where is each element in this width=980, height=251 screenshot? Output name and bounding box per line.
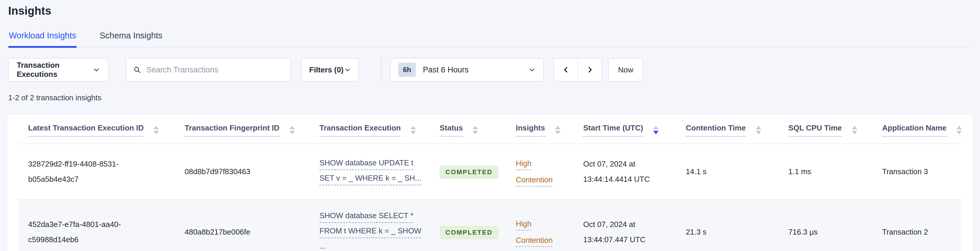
column-header-insights[interactable]: Insights <box>516 123 545 137</box>
filters-button[interactable]: Filters (0) <box>301 58 359 82</box>
chevron-left-icon <box>562 66 570 74</box>
page-title: Insights <box>8 0 972 17</box>
sql-cpu-time: 716.3 µs <box>788 227 818 237</box>
previous-time-range-button[interactable] <box>554 58 578 82</box>
table-row: 328729d2-ff19-4408-8531-b05a5b4e43c7 08d… <box>19 144 961 200</box>
next-time-range-button[interactable] <box>578 58 602 82</box>
time-range-arrows <box>554 58 602 82</box>
time-range-label: Past 6 Hours <box>423 66 469 75</box>
status-badge: COMPLETED <box>440 226 498 239</box>
column-header-sql-cpu-time[interactable]: SQL CPU Time <box>788 123 842 137</box>
sort-icon[interactable] <box>852 126 857 134</box>
insight-link-high-contention[interactable]: High Contention <box>516 155 563 188</box>
column-header-status[interactable]: Status <box>440 123 463 137</box>
latest-transaction-execution-id: 328729d2-ff19-4408-8531-b05a5b4e43c7 <box>28 156 125 187</box>
transaction-insights-table: Latest Transaction Execution ID Transact… <box>19 115 961 251</box>
search-icon <box>134 66 141 74</box>
insights-table-card: Latest Transaction Execution ID Transact… <box>7 115 973 251</box>
search-box <box>126 58 291 82</box>
results-count: 1-2 of 2 transaction insights <box>8 93 972 102</box>
execution-type-label: Transaction Executions <box>17 61 93 79</box>
column-header-contention-time[interactable]: Contention Time <box>686 123 746 137</box>
filters-label: Filters (0) <box>309 66 344 75</box>
table-row: 452da3e7-e7fa-4801-aa40-c59988d14eb6 480… <box>19 200 961 251</box>
status-badge: COMPLETED <box>440 165 498 179</box>
table-header-row: Latest Transaction Execution ID Transact… <box>19 115 961 144</box>
toolbar-divider <box>381 58 382 82</box>
application-name: Transaction 3 <box>882 167 928 176</box>
column-header-transaction-execution[interactable]: Transaction Execution <box>320 123 401 137</box>
tab-workload-insights[interactable]: Workload Insights <box>8 29 77 47</box>
insight-link-high-contention[interactable]: High Contention <box>516 216 563 248</box>
sort-icon[interactable] <box>290 126 295 134</box>
insights-tabs: Workload Insights Schema Insights <box>8 29 972 48</box>
transaction-execution-link[interactable]: SHOW database UPDATE t SET v = _ WHERE k… <box>320 158 422 185</box>
contention-time: 14.1 s <box>686 167 706 176</box>
transaction-fingerprint-id: 480a8b217be006fe <box>185 227 250 237</box>
latest-transaction-execution-id: 452da3e7-e7fa-4801-aa40-c59988d14eb6 <box>28 217 125 247</box>
transaction-execution-link[interactable]: SHOW database SELECT * FROM t WHERE k = … <box>320 211 421 251</box>
start-time: Oct 07, 2024 at 13:44:07.447 UTC <box>583 217 659 247</box>
sort-icon[interactable] <box>410 126 416 134</box>
search-input[interactable] <box>146 66 283 75</box>
sort-icon[interactable] <box>756 126 761 134</box>
column-header-application-name[interactable]: Application Name <box>882 123 947 137</box>
column-header-latest-transaction-execution-id[interactable]: Latest Transaction Execution ID <box>28 123 143 137</box>
now-label: Now <box>618 66 633 75</box>
tab-schema-insights[interactable]: Schema Insights <box>99 29 163 47</box>
execution-type-dropdown[interactable]: Transaction Executions <box>8 58 108 82</box>
application-name: Transaction 2 <box>882 227 928 237</box>
sort-icon[interactable] <box>956 126 962 134</box>
chevron-down-icon <box>344 67 351 73</box>
chevron-down-icon <box>93 66 100 73</box>
start-time: Oct 07, 2024 at 13:44:14.4414 UTC <box>583 156 659 187</box>
chevron-right-icon <box>586 66 594 74</box>
toolbar: Transaction Executions Filters (0) 6h Pa… <box>8 58 972 82</box>
transaction-fingerprint-id: 08d8b7d97f830463 <box>185 167 250 176</box>
sort-icon[interactable] <box>555 126 560 134</box>
chevron-down-icon <box>528 66 535 73</box>
sort-icon[interactable] <box>473 126 478 134</box>
sql-cpu-time: 1.1 ms <box>788 167 811 176</box>
time-range-badge: 6h <box>398 63 416 77</box>
column-header-transaction-fingerprint-id[interactable]: Transaction Fingerprint ID <box>185 123 280 137</box>
sort-icon[interactable] <box>154 126 159 134</box>
contention-time: 21.3 s <box>686 227 706 237</box>
now-button[interactable]: Now <box>608 58 643 82</box>
time-range-dropdown[interactable]: 6h Past 6 Hours <box>390 58 543 82</box>
column-header-start-time[interactable]: Start Time (UTC) <box>583 123 643 137</box>
sort-icon-active-desc[interactable] <box>653 126 659 134</box>
